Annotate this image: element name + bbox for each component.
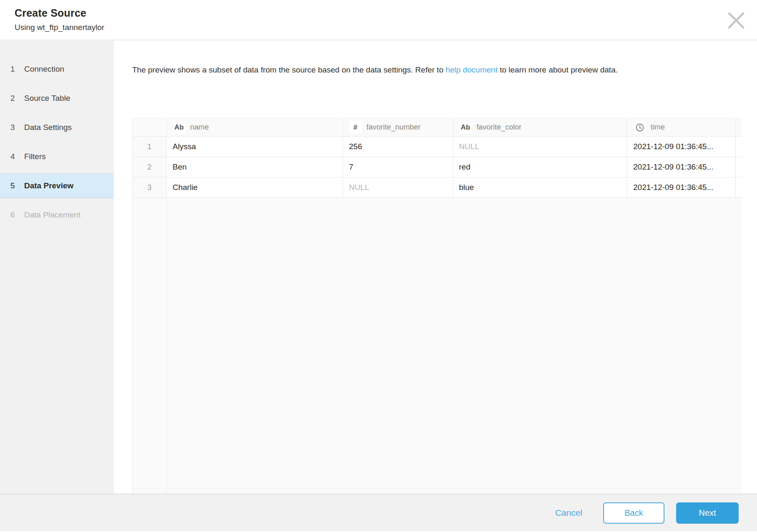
step-label: Data Placement [24, 210, 80, 220]
cell-time[interactable]: 2021-12-09 01:36:45... [627, 177, 736, 198]
step-number: 3 [10, 123, 24, 132]
description-text: to learn more about preview data. [498, 65, 618, 74]
row-number-cell: 1 [133, 137, 167, 157]
number-type-icon: # [349, 121, 362, 134]
step-label: Data Preview [24, 181, 73, 190]
wizard-steps-sidebar: 1 Connection 2 Source Table 3 Data Setti… [0, 40, 114, 494]
column-header-name[interactable]: Ab name [167, 118, 343, 137]
column-label: name [190, 123, 209, 132]
dialog-body: 1 Connection 2 Source Table 3 Data Setti… [0, 40, 757, 494]
column-header-favorite-color[interactable]: Ab favorite_color [453, 118, 627, 137]
sidebar-item-data-settings[interactable]: 3 Data Settings [0, 113, 114, 142]
step-label: Connection [24, 65, 64, 74]
sidebar-item-source-table[interactable]: 2 Source Table [0, 84, 114, 113]
time-type-icon [633, 121, 646, 134]
column-label: favorite_number [366, 123, 421, 132]
next-button[interactable]: Next [676, 502, 739, 524]
sidebar-item-filters[interactable]: 4 Filters [0, 142, 114, 171]
cell-favorite-number[interactable]: NULL [343, 177, 453, 198]
row-number-cell: 3 [133, 177, 167, 198]
step-number: 5 [10, 181, 24, 190]
step-label: Source Table [24, 94, 70, 103]
dialog-footer: Cancel Back Next [0, 494, 757, 531]
cell-name[interactable]: Ben [167, 157, 343, 177]
step-number: 6 [10, 210, 24, 220]
row-gutter-cell [736, 137, 742, 157]
row-number-cell: 2 [133, 157, 167, 177]
sidebar-item-data-placement: 6 Data Placement [0, 200, 114, 230]
table-empty-area [133, 198, 742, 494]
dialog-header: Create Source Using wt_ftp_tannertaylor [0, 0, 757, 40]
step-label: Filters [24, 152, 46, 161]
cell-time[interactable]: 2021-12-09 01:36:45... [627, 157, 736, 177]
cell-name[interactable]: Alyssa [167, 137, 343, 157]
sidebar-item-data-preview[interactable]: 5 Data Preview [0, 173, 114, 198]
cancel-button[interactable]: Cancel [555, 508, 582, 518]
table-header-gutter [736, 118, 742, 137]
cell-favorite-color[interactable]: red [453, 157, 627, 177]
row-gutter-cell [736, 157, 742, 177]
text-type-icon: Ab [459, 121, 472, 134]
cell-favorite-color[interactable]: blue [453, 177, 627, 198]
preview-content: The preview shows a subset of data from … [114, 40, 757, 494]
back-button[interactable]: Back [603, 502, 664, 524]
step-number: 1 [10, 65, 24, 74]
sidebar-item-connection[interactable]: 1 Connection [0, 55, 114, 84]
close-icon [727, 11, 746, 31]
column-label: time [651, 123, 665, 132]
table-header-row: Ab name # favorite_number Ab favorite_co… [133, 118, 742, 137]
table-row: 2 Ben 7 red 2021-12-09 01:36:45... [133, 157, 742, 177]
cell-favorite-number[interactable]: 256 [343, 137, 453, 157]
step-number: 4 [10, 152, 24, 161]
table-corner-cell [133, 118, 167, 137]
step-number: 2 [10, 94, 24, 103]
close-button[interactable] [724, 9, 748, 32]
table-row: 3 Charlie NULL blue 2021-12-09 01:36:45.… [133, 177, 742, 198]
dialog-title: Create Source [15, 7, 757, 19]
column-header-favorite-number[interactable]: # favorite_number [343, 118, 453, 137]
text-type-icon: Ab [173, 121, 185, 134]
data-preview-table: Ab name # favorite_number Ab favorite_co… [132, 118, 742, 494]
cell-favorite-color[interactable]: NULL [453, 137, 627, 157]
cell-favorite-number[interactable]: 7 [343, 157, 453, 177]
dialog-subtitle: Using wt_ftp_tannertaylor [15, 23, 757, 32]
help-document-link[interactable]: help document [446, 65, 498, 74]
row-gutter-cell [736, 177, 742, 198]
description-text: The preview shows a subset of data from … [132, 65, 446, 74]
column-label: favorite_color [476, 123, 521, 132]
row-number-column-filler [133, 198, 167, 494]
step-label: Data Settings [24, 123, 72, 132]
preview-description: The preview shows a subset of data from … [132, 65, 736, 75]
column-header-time[interactable]: time [627, 118, 736, 137]
table-row: 1 Alyssa 256 NULL 2021-12-09 01:36:45... [133, 137, 742, 157]
cell-name[interactable]: Charlie [167, 177, 343, 198]
cell-time[interactable]: 2021-12-09 01:36:45... [627, 137, 736, 157]
